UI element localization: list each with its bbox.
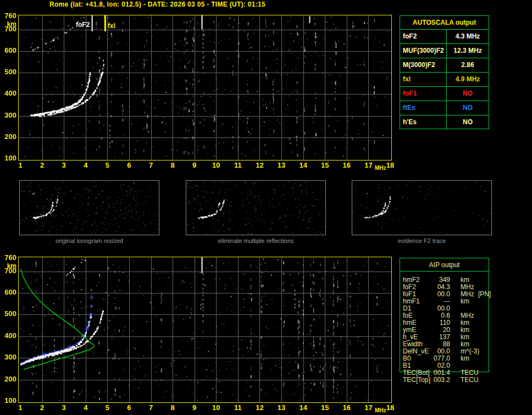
x-tick-label: 5 xyxy=(101,162,113,169)
x-tick-label: 12 xyxy=(253,404,265,412)
y-tick-label: 500 xyxy=(0,310,16,318)
ionogram-bottom-canvas xyxy=(18,257,392,403)
table-row: h'EsNO xyxy=(400,115,489,130)
autoscala-param-label: foF1 xyxy=(400,87,447,101)
aip-param-extra: [PN] xyxy=(478,291,491,298)
aip-panel-header: AIP output xyxy=(400,258,489,272)
y-tick-label: 760 xyxy=(0,12,16,20)
x-tick-label: 3 xyxy=(58,162,70,169)
autoscala-param-label: MUF(3000)F2 xyxy=(400,44,447,58)
ionogram-top-plot xyxy=(18,15,392,161)
x-tick-label: 2 xyxy=(36,162,48,169)
thumbnail-eliminate-reflections xyxy=(186,180,326,235)
x-tick-label: 3 xyxy=(58,404,70,412)
x-tick-label: 5 xyxy=(101,404,113,412)
ionogram-top-canvas xyxy=(18,15,392,161)
table-row: ftEsNO xyxy=(400,101,489,115)
aip-param-value: 003.2 xyxy=(403,377,450,384)
aip-param-unit: km xyxy=(461,298,469,305)
x-tick-label: 10 xyxy=(210,404,222,412)
x-tick-label: 9 xyxy=(189,404,201,412)
y-tick-label: 400 xyxy=(0,332,16,340)
y-tick-label: 600 xyxy=(0,289,16,296)
autoscala-param-label: M(3000)F2 xyxy=(400,58,447,72)
x-tick-label: 11 xyxy=(232,404,244,412)
aip-output-rows: hmF2349kmfoF204.3MHzfoF100.0MHz[PN]hmF1-… xyxy=(403,276,488,384)
fxl-marker-label: fxl xyxy=(108,22,115,30)
thumbnail-caption-eliminate: eliminate multiple reflections xyxy=(186,237,326,244)
x-tick-label: 18 xyxy=(384,404,396,412)
list-item: TEC[Top]003.2TECU xyxy=(403,377,488,384)
aip-param-unit: TECU xyxy=(461,377,479,384)
x-tick-label: 2 xyxy=(36,404,48,412)
x-tick-label: 8 xyxy=(167,162,179,169)
x-tick-label: 14 xyxy=(297,162,309,169)
x-tick-label: 13 xyxy=(275,162,287,169)
aip-param-unit: km xyxy=(461,355,469,362)
y-tick-label: 300 xyxy=(0,353,16,361)
x-tick-label: 15 xyxy=(319,162,331,169)
x-tick-label: 15 xyxy=(319,404,331,412)
autoscala-param-label: foF2 xyxy=(400,30,447,43)
y-tick-label: 760 xyxy=(0,254,16,262)
autoscala-param-value: 12.3 MHz xyxy=(447,44,489,58)
x-tick-label: 10 xyxy=(210,162,222,169)
y-tick-label: 200 xyxy=(0,375,16,383)
page-title: Rome (lat: +41.8, lon: 012.5) - DATE: 20… xyxy=(49,1,265,8)
autoscala-param-label: h'Es xyxy=(400,115,447,130)
table-row: foF24.3 MHz xyxy=(400,30,489,44)
thumbnail-original-ionogram xyxy=(19,180,159,235)
x-tick-label: 7 xyxy=(145,404,157,412)
x-tick-label: 6 xyxy=(123,404,135,412)
x-tick-label: 17 xyxy=(362,162,374,169)
y-tick-label: 200 xyxy=(0,133,16,141)
y-tick-label: 700 xyxy=(0,25,16,33)
ionogram-bottom-plot xyxy=(18,257,392,403)
x-tick-label: 11 xyxy=(232,162,244,169)
x-tick-label: 13 xyxy=(275,404,287,412)
x-tick-label: 4 xyxy=(80,404,92,412)
x-tick-label: 8 xyxy=(167,404,179,412)
y-tick-label: 500 xyxy=(0,68,16,76)
autoscala-param-value: 2.86 xyxy=(447,58,489,72)
y-tick-label: 100 xyxy=(0,397,16,405)
x-tick-label: 16 xyxy=(341,404,353,412)
x-tick-label: 12 xyxy=(253,162,265,169)
foF2-marker-label: foF2 xyxy=(76,21,90,29)
autoscala-param-label: fxl xyxy=(400,73,447,86)
autoscala-table-rows: foF24.3 MHzMUF(3000)F212.3 MHzM(3000)F22… xyxy=(400,30,489,130)
x-tick-label: 4 xyxy=(80,162,92,169)
table-row: foF1NO xyxy=(400,87,489,101)
thumbnail-caption-original: original ionogram resized xyxy=(19,237,159,244)
x-tick-label: 14 xyxy=(297,404,309,412)
x-tick-label: 1 xyxy=(14,404,26,412)
table-row: M(3000)F22.86 xyxy=(400,58,489,73)
thumbnail-caption-evidence: evidence F2 trace xyxy=(352,237,492,244)
x-tick-label: 16 xyxy=(341,162,353,169)
x-tick-label: 17 xyxy=(362,404,374,412)
autoscala-param-value: 4.3 MHz xyxy=(447,30,489,43)
thumbnail-evidence-f2 xyxy=(352,180,492,235)
x-tick-label: 9 xyxy=(189,162,201,169)
y-tick-label: 400 xyxy=(0,90,16,97)
thumbnail-original-canvas xyxy=(20,181,159,235)
x-tick-label: 18 xyxy=(384,162,396,169)
table-row: MUF(3000)F212.3 MHz xyxy=(400,44,489,58)
table-row: fxl4.9 MHz xyxy=(400,73,489,87)
x-tick-label: 7 xyxy=(145,162,157,169)
thumbnail-evidence-canvas xyxy=(352,181,491,235)
thumbnail-eliminate-canvas xyxy=(186,181,325,235)
autoscala-output-table: AUTOSCALA output foF24.3 MHzMUF(3000)F21… xyxy=(400,15,489,129)
y-tick-label: 600 xyxy=(0,47,16,54)
y-tick-label: 300 xyxy=(0,112,16,119)
y-tick-label: 700 xyxy=(0,267,16,275)
y-tick-label: 100 xyxy=(0,154,16,162)
x-tick-label: 6 xyxy=(123,162,135,169)
x-tick-label: 1 xyxy=(14,162,26,169)
autoscala-param-value: NO xyxy=(447,101,489,115)
autoscala-param-label: ftEs xyxy=(400,101,447,115)
autoscala-table-header: AUTOSCALA output xyxy=(400,16,489,30)
autoscala-param-value: NO xyxy=(447,87,489,101)
autoscala-param-value: 4.9 MHz xyxy=(447,73,489,86)
autoscala-param-value: NO xyxy=(447,115,489,130)
